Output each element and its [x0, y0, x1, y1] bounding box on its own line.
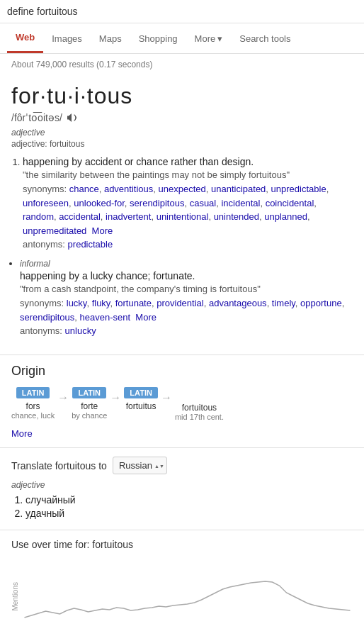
syn-coincidental[interactable]: coincidental	[266, 198, 314, 208]
tab-search-tools[interactable]: Search tools	[231, 25, 299, 52]
tab-more[interactable]: More ▾	[186, 25, 232, 52]
syn-incidental[interactable]: incidental	[221, 198, 260, 208]
etym-badge-3: LATIN	[124, 387, 158, 398]
tab-maps[interactable]: Maps	[91, 25, 130, 52]
chart-section: Use over time for: fortuitous Mentions 1…	[0, 530, 364, 631]
syn-serendipitous[interactable]: serendipitous	[130, 198, 184, 208]
language-select[interactable]: Russian	[113, 457, 167, 474]
syn-unforeseen[interactable]: unforeseen	[23, 198, 69, 208]
etym-meaning-1: chance, luck	[11, 411, 55, 420]
origin-title: Origin	[11, 364, 353, 379]
syn2-advantageous[interactable]: advantageous	[209, 298, 267, 308]
pronunciation: /fôrˈto͞oitəs/	[11, 112, 353, 123]
synonyms-label-2: synonyms:	[20, 298, 67, 308]
syn-unpredictable[interactable]: unpredictable	[271, 184, 326, 194]
etymology-flow: LATIN fors chance, luck → LATIN forte by…	[11, 387, 353, 421]
translations-list: случайный удачный	[11, 494, 353, 519]
syn2-heaven-sent[interactable]: heaven-sent	[80, 312, 131, 323]
dictionary-entry: for·tu·i·tous /fôrˈto͞oitəs/ adjective a…	[0, 75, 364, 355]
etym-meaning-4: mid 17th cent.	[175, 413, 224, 421]
etym-word-2: forte	[81, 401, 98, 411]
synonyms-more-1[interactable]: More	[92, 225, 113, 236]
ant-predictable[interactable]: predictable	[68, 239, 113, 250]
syn-unintended[interactable]: unintended	[214, 211, 259, 222]
etym-step-2: LATIN forte by chance	[72, 387, 107, 420]
ant-unlucky[interactable]: unlucky	[65, 325, 96, 336]
syn-adventitious[interactable]: adventitious	[104, 184, 153, 194]
search-input[interactable]: define fortuitous	[7, 6, 357, 17]
def-example-1: "the similarity between the paintings ma…	[23, 169, 353, 180]
definition-item-1: happening by accident or chance rather t…	[23, 156, 353, 250]
syn-unlooked[interactable]: unlooked-for	[74, 198, 125, 208]
syn-casual[interactable]: casual	[190, 198, 217, 208]
etym-word-1: fors	[26, 401, 40, 411]
syn2-serendipitous[interactable]: serendipitous	[20, 312, 74, 323]
def-example-2: "from a cash standpoint, the company's t…	[20, 284, 353, 294]
syn-unintentional[interactable]: unintentional	[157, 211, 209, 222]
etym-badge-2: LATIN	[72, 387, 106, 398]
def-text-1: happening by accident or chance rather t…	[23, 156, 353, 167]
synonyms-line-1: synonyms: chance, adventitious, unexpect…	[23, 182, 353, 238]
etym-word-3: fortuitus	[126, 401, 157, 411]
tab-web[interactable]: Web	[7, 23, 43, 53]
syn-unpremeditated[interactable]: unpremeditated	[23, 225, 86, 236]
syn2-lucky[interactable]: lucky	[67, 298, 87, 308]
synonyms-label-1: synonyms:	[23, 184, 69, 194]
definition-item-2: informal happening by a lucky chance; fo…	[20, 258, 353, 336]
syn-chance[interactable]: chance	[69, 184, 99, 194]
syn2-opportune[interactable]: opportune	[300, 298, 342, 308]
antonyms-label-2: antonyms:	[20, 325, 65, 336]
syn2-providential[interactable]: providential	[157, 298, 204, 308]
chart-y-label: Mentions	[11, 582, 19, 611]
word-title: for·tu·i·tous	[11, 82, 353, 109]
sound-icon[interactable]	[67, 112, 78, 123]
syn2-fortunate[interactable]: fortunate	[115, 298, 152, 308]
translate-label: Translate fortuitous to	[11, 460, 107, 471]
chevron-down-icon: ▾	[217, 33, 222, 44]
origin-more-link[interactable]: More	[11, 428, 33, 439]
etym-step-4: fortuitous mid 17th cent.	[175, 387, 224, 421]
etym-badge-1: LATIN	[16, 387, 50, 398]
chart-svg	[22, 557, 353, 631]
def-text-2: happening by a lucky chance; fortunate.	[20, 270, 353, 281]
nav-tabs: Web Images Maps Shopping More ▾ Search t…	[0, 23, 364, 54]
arrow-2: →	[110, 391, 121, 404]
pos-full: adjective: fortuitous	[11, 139, 353, 149]
etym-step-1: LATIN fors chance, luck	[11, 387, 55, 420]
chart-title: Use over time for: fortuitous	[11, 539, 353, 550]
syn2-fluky[interactable]: fluky	[92, 298, 110, 308]
pronunciation-text: /fôrˈto͞oitəs/	[11, 112, 62, 123]
antonyms-line-1: antonyms: predictable	[23, 239, 353, 250]
synonyms-more-2[interactable]: More	[135, 312, 157, 323]
translate-pos: adjective	[11, 480, 353, 490]
syn-random[interactable]: random	[23, 211, 54, 222]
syn-unexpected[interactable]: unexpected	[159, 184, 206, 194]
etym-meaning-2: by chance	[72, 411, 107, 420]
antonyms-label-1: antonyms:	[23, 239, 68, 250]
syn-accidental[interactable]: accidental	[59, 211, 101, 222]
translate-header: Translate fortuitous to Russian	[11, 457, 353, 474]
etym-step-3: LATIN fortuitus	[124, 387, 158, 411]
search-bar: define fortuitous	[0, 0, 364, 23]
syn-unanticipated[interactable]: unanticipated	[211, 184, 266, 194]
tab-images[interactable]: Images	[43, 25, 91, 52]
tab-shopping[interactable]: Shopping	[130, 25, 186, 52]
arrow-1: →	[57, 391, 69, 404]
origin-section: Origin LATIN fors chance, luck → LATIN f…	[0, 355, 364, 448]
synonyms-line-2: synonyms: lucky, fluky, fortunate, provi…	[20, 296, 353, 324]
translate-section: Translate fortuitous to Russian adjectiv…	[0, 448, 364, 530]
arrow-3: →	[161, 391, 172, 404]
syn-inadvertent[interactable]: inadvertent	[106, 211, 151, 222]
antonyms-line-2: antonyms: unlucky	[20, 325, 353, 336]
translation-2: удачный	[25, 508, 353, 519]
results-count: About 749,000 results (0.17 seconds)	[0, 54, 364, 75]
language-selector-wrapper[interactable]: Russian	[113, 457, 167, 474]
origin-more: More	[11, 428, 353, 439]
informal-label: informal	[20, 259, 353, 269]
syn2-timely[interactable]: timely	[272, 298, 295, 308]
etym-word-4: fortuitous	[182, 403, 217, 413]
translation-1: случайный	[25, 494, 353, 506]
pos-label: adjective	[11, 128, 353, 138]
syn-unplanned[interactable]: unplanned	[264, 211, 307, 222]
definitions-list: happening by accident or chance rather t…	[11, 156, 353, 336]
